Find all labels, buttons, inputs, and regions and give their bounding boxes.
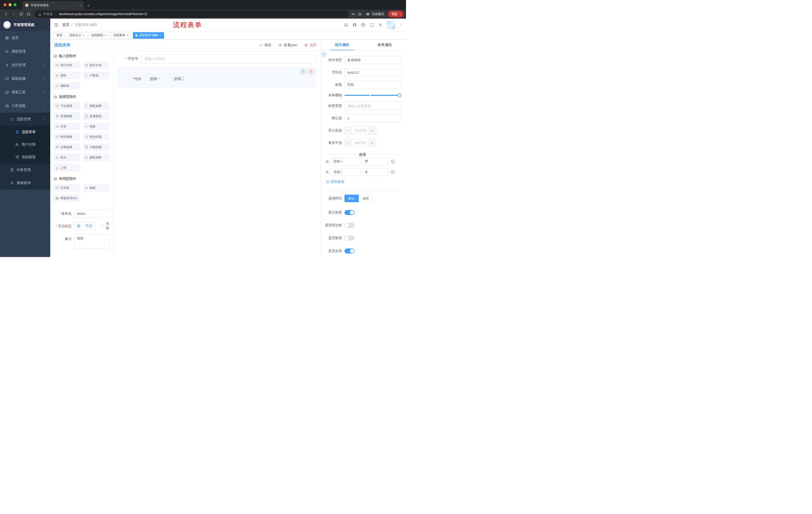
component-item-rate[interactable]: 评分: [54, 154, 80, 161]
remove-option-icon[interactable]: [391, 159, 395, 164]
breadcrumb-home[interactable]: 首页: [62, 23, 69, 27]
remove-option-icon[interactable]: [391, 170, 395, 174]
component-item-checkbox-group[interactable]: 多选框组: [83, 112, 110, 120]
view-json-button[interactable]: 查看json: [279, 43, 297, 48]
sidebar-item-payment[interactable]: 支付管理: [0, 58, 50, 72]
tag-close-icon[interactable]: [159, 34, 162, 36]
component-item-select[interactable]: 下拉选择: [54, 102, 80, 110]
font-size-icon[interactable]: [378, 23, 382, 27]
window-zoom-button[interactable]: [13, 3, 17, 6]
tag-process-form[interactable]: 流程表单: [111, 32, 132, 39]
window-minimize-button[interactable]: [8, 3, 11, 6]
phone-input[interactable]: [141, 54, 317, 63]
delete-item-button[interactable]: [308, 69, 314, 74]
sidebar-item-home[interactable]: 首页: [0, 31, 50, 45]
option-value-input[interactable]: [362, 158, 388, 165]
copy-item-button[interactable]: [300, 69, 306, 74]
help-icon[interactable]: [361, 23, 365, 27]
new-tab-button[interactable]: [87, 4, 90, 7]
url-bar[interactable]: 不安全 dashboard.yudao.iocoder.cn/bpm/manag…: [35, 10, 349, 18]
style-default-button[interactable]: 默认: [344, 195, 359, 202]
sidebar-item-process-form[interactable]: 流程表单: [0, 126, 50, 138]
component-item-table[interactable]: 表格[开发中]: [54, 194, 80, 202]
search-icon[interactable]: [344, 23, 348, 27]
option-label-input[interactable]: [331, 168, 360, 176]
link-icon[interactable]: [322, 52, 327, 57]
max-select-input[interactable]: [352, 141, 369, 144]
grid-slider[interactable]: [344, 95, 399, 96]
gender-option-1-checkbox[interactable]: 选项一: [144, 77, 160, 81]
sidebar-item-process-model[interactable]: 流程模型: [0, 151, 50, 163]
component-item-date-range[interactable]: 日期范围: [83, 143, 110, 151]
component-item-button[interactable]: 按钮: [83, 184, 110, 192]
github-icon[interactable]: [352, 23, 357, 27]
fullscreen-icon[interactable]: [370, 23, 374, 27]
sidebar-item-process-management[interactable]: 流程管理: [0, 113, 50, 126]
browser-tab[interactable]: 芋道管理系统: [22, 1, 84, 9]
window-close-button[interactable]: [3, 3, 6, 6]
component-item-upload[interactable]: 上传: [54, 164, 80, 171]
avatar-dropdown-caret-icon[interactable]: [400, 24, 402, 26]
min-select-input[interactable]: [352, 129, 369, 132]
tag-close-icon[interactable]: [82, 34, 85, 36]
bookmark-star-icon[interactable]: [358, 12, 362, 16]
back-button[interactable]: [2, 10, 9, 18]
tab-component-props[interactable]: 组件属性: [321, 40, 364, 50]
add-option-button[interactable]: 添加选项: [326, 180, 402, 184]
tab-form-props[interactable]: 表单属性: [364, 40, 406, 50]
increase-button[interactable]: [369, 127, 376, 134]
component-type-select[interactable]: 多选框组: [344, 56, 402, 64]
form-remark-textarea[interactable]: 嘿嘿: [74, 235, 110, 249]
sidebar-item-system[interactable]: 系统管理: [0, 45, 50, 58]
forward-button[interactable]: [10, 10, 17, 18]
component-item-editor[interactable]: 编辑器: [54, 82, 80, 89]
decrease-button[interactable]: [345, 139, 352, 146]
field-name-input[interactable]: [344, 69, 402, 77]
sidebar-fold-icon[interactable]: [54, 23, 59, 27]
tag-process-form-edit[interactable]: 流程表单-编辑: [133, 32, 164, 39]
component-item-row-container[interactable]: 行容器: [54, 184, 80, 192]
component-item-password[interactable]: 密码: [54, 72, 80, 79]
status-off-radio[interactable]: 关闭: [101, 221, 110, 231]
drag-handle-icon[interactable]: [325, 170, 329, 174]
style-button-button[interactable]: 按钮: [359, 195, 373, 202]
default-value-input[interactable]: [344, 114, 402, 122]
canvas-phone-field[interactable]: 手机号: [117, 54, 317, 63]
status-on-radio[interactable]: 开启: [74, 222, 95, 230]
tag-close-icon[interactable]: [127, 34, 129, 36]
disabled-toggle[interactable]: [344, 236, 354, 241]
tag-process-definition[interactable]: 流程定义: [66, 32, 87, 39]
form-name-input[interactable]: [74, 210, 112, 218]
browser-menu-dots-icon[interactable]: [399, 12, 402, 16]
component-item-time-range[interactable]: 时间范围: [83, 133, 110, 141]
component-item-radio-group[interactable]: 单选框组: [54, 112, 80, 120]
user-avatar[interactable]: [387, 21, 395, 29]
component-item-date-picker[interactable]: 日期选择: [54, 143, 80, 151]
tag-process-model[interactable]: 流程模型: [89, 32, 109, 39]
slider-handle[interactable]: [398, 93, 401, 97]
sidebar-item-infrastructure[interactable]: 基础设施: [0, 72, 50, 85]
component-item-cascader[interactable]: 级联选择: [83, 102, 110, 110]
component-item-multi-line-text[interactable]: 多行文本: [83, 61, 110, 69]
home-button[interactable]: [25, 10, 32, 18]
sidebar-item-devtools[interactable]: 研发工具: [0, 85, 50, 99]
option-label-input[interactable]: [331, 158, 360, 165]
form-canvas[interactable]: 手机号 性别: [113, 51, 321, 257]
increase-button[interactable]: [369, 139, 376, 146]
component-item-single-line-text[interactable]: 单行文本: [54, 61, 80, 69]
show-label-toggle[interactable]: [344, 210, 354, 215]
sidebar-item-leave-query[interactable]: 请假查询: [0, 177, 50, 190]
sidebar-item-workflow[interactable]: 工作流程: [0, 99, 50, 113]
canvas-gender-field-selected[interactable]: 性别 选项一 选项二: [117, 67, 317, 88]
save-button[interactable]: 保存: [259, 43, 271, 48]
tab-close-icon[interactable]: [79, 4, 82, 6]
component-item-color-picker[interactable]: 颜色选择: [83, 154, 110, 161]
sidebar-item-task-management[interactable]: 任务管理: [0, 163, 50, 177]
title-input[interactable]: [344, 81, 402, 89]
label-width-input[interactable]: [344, 102, 402, 110]
gender-option-2-checkbox[interactable]: 选项二: [168, 77, 184, 81]
tag-close-icon[interactable]: [105, 34, 107, 36]
component-item-switch[interactable]: 开关: [54, 123, 80, 130]
drag-handle-icon[interactable]: [325, 160, 329, 163]
component-item-time-picker[interactable]: 时间选择: [54, 133, 80, 141]
